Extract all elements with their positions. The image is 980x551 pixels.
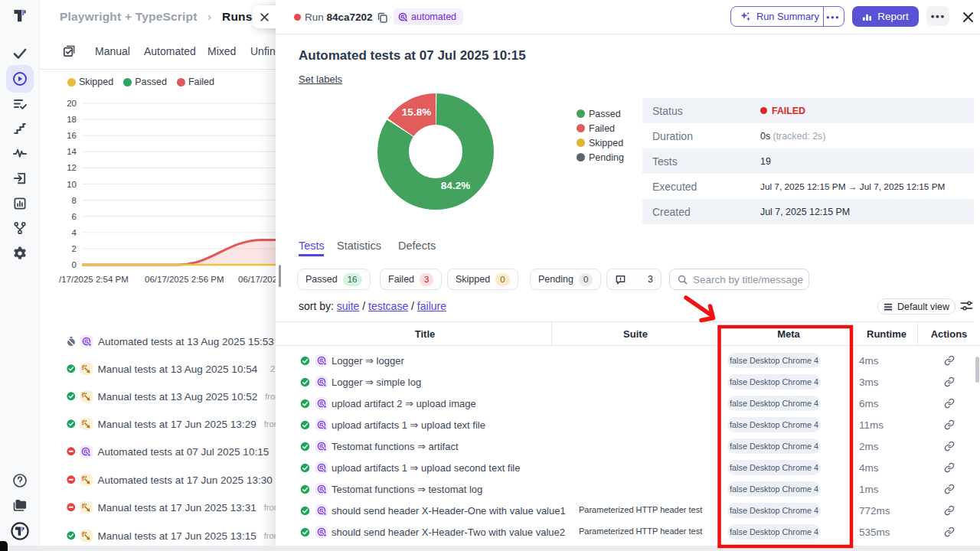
svg-text:20: 20 [67,99,77,108]
svg-text:15.8%: 15.8% [402,106,431,118]
svg-text:10: 10 [67,180,77,189]
svg-text:84.2%: 84.2% [441,180,470,191]
svg-text:4: 4 [72,228,77,237]
svg-text:14: 14 [67,147,77,156]
svg-text:06/17/2025 2:56 PM: 06/17/2025 2:56 PM [145,275,224,284]
svg-text:2: 2 [72,244,77,253]
svg-text:6: 6 [72,212,77,221]
svg-text:16: 16 [67,131,77,140]
svg-text:8: 8 [72,196,77,205]
svg-text:18: 18 [67,115,77,124]
svg-text:12: 12 [67,163,77,172]
svg-text:/17/2025 2:54 PM: /17/2025 2:54 PM [59,275,129,284]
svg-text:0: 0 [72,260,77,269]
